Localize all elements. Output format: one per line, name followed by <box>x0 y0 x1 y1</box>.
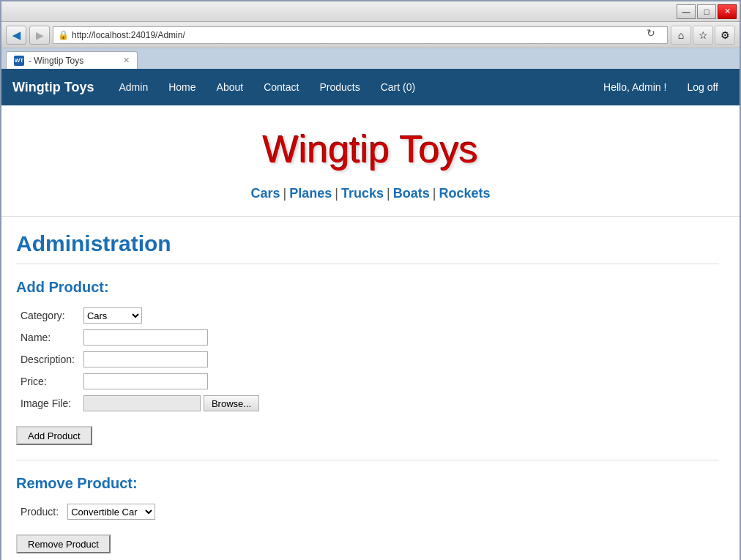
hero-title: Wingtip Toys <box>16 127 725 171</box>
description-row: Description: <box>16 348 264 370</box>
cat-planes[interactable]: Planes <box>289 186 332 201</box>
category-row: Category: Cars Planes Trucks Boats Rocke… <box>16 305 264 326</box>
browser-window: — □ ✕ ◀ ▶ 🔒 http://localhost:24019/Admin… <box>0 0 741 560</box>
nav-contact[interactable]: Contact <box>253 69 309 105</box>
address-bar: 🔒 http://localhost:24019/Admin/ ↻ <box>53 26 668 44</box>
navbar-right: Hello, Admin ! Log off <box>593 69 729 105</box>
name-label: Name: <box>16 326 79 348</box>
back-button[interactable]: ◀ <box>6 26 26 45</box>
cat-rockets[interactable]: Rockets <box>439 186 490 201</box>
section-divider-middle <box>16 460 719 460</box>
address-icon: 🔒 <box>58 30 69 40</box>
nav-admin[interactable]: Admin <box>109 69 159 105</box>
section-divider-top <box>16 264 719 264</box>
navbar-links: Admin Home About Contact Products Cart (… <box>109 69 426 105</box>
remove-product-heading: Remove Product: <box>16 475 719 492</box>
name-input[interactable] <box>83 329 208 346</box>
favorites-icon[interactable]: ☆ <box>693 26 713 45</box>
price-input[interactable] <box>83 373 208 389</box>
main-content: Administration Add Product: Category: Ca… <box>1 217 734 560</box>
price-row: Price: <box>16 370 264 392</box>
home-icon[interactable]: ⌂ <box>671 26 691 45</box>
active-tab[interactable]: WT - Wingtip Toys ✕ <box>6 51 138 69</box>
minimize-button[interactable]: — <box>677 4 696 19</box>
nav-about[interactable]: About <box>206 69 254 105</box>
add-product-heading: Add Product: <box>16 279 719 296</box>
product-select[interactable]: Convertible Car Sports Car Truck Boat <box>67 504 155 520</box>
browser-toolbar: ◀ ▶ 🔒 http://localhost:24019/Admin/ ↻ ⌂ … <box>1 22 740 48</box>
category-label: Category: <box>16 305 79 326</box>
image-file-row: Image File: Browse... <box>16 392 264 414</box>
toolbar-icons: ⌂ ☆ ⚙ <box>671 26 735 45</box>
cat-trucks[interactable]: Trucks <box>341 186 384 201</box>
remove-product-button[interactable]: Remove Product <box>16 534 111 553</box>
titlebar-buttons: — □ ✕ <box>677 4 737 19</box>
file-input-wrapper: Browse... <box>83 395 259 411</box>
tab-favicon-text: WT <box>15 57 23 64</box>
nav-products[interactable]: Products <box>309 69 370 105</box>
navbar-brand[interactable]: Wingtip Toys <box>12 80 94 95</box>
page-content: Wingtip Toys Admin Home About Contact Pr… <box>1 69 740 560</box>
description-input[interactable] <box>83 351 208 367</box>
nav-cart[interactable]: Cart (0) <box>370 69 425 105</box>
remove-product-form: Product: Convertible Car Sports Car Truc… <box>16 501 160 523</box>
navbar: Wingtip Toys Admin Home About Contact Pr… <box>1 69 740 105</box>
logoff-link[interactable]: Log off <box>677 69 729 105</box>
add-product-button[interactable]: Add Product <box>16 426 92 445</box>
sep-4: | <box>433 186 436 201</box>
tab-close-icon[interactable]: ✕ <box>123 56 130 65</box>
file-text-box <box>83 395 201 411</box>
product-label: Product: <box>16 501 63 523</box>
hello-text: Hello, Admin ! <box>593 81 677 93</box>
browser-tabs: WT - Wingtip Toys ✕ <box>1 48 740 69</box>
price-label: Price: <box>16 370 79 392</box>
category-select[interactable]: Cars Planes Trucks Boats Rockets <box>83 307 142 324</box>
refresh-icon[interactable]: ↻ <box>647 27 663 43</box>
name-row: Name: <box>16 326 264 348</box>
category-nav: Cars | Planes | Trucks | Boats | Rockets <box>16 186 725 201</box>
browser-titlebar: — □ ✕ <box>1 1 740 22</box>
cat-cars[interactable]: Cars <box>251 186 280 201</box>
tab-favicon: WT <box>14 56 24 66</box>
url-text[interactable]: http://localhost:24019/Admin/ <box>72 30 644 40</box>
add-product-form: Category: Cars Planes Trucks Boats Rocke… <box>16 305 264 414</box>
product-row: Product: Convertible Car Sports Car Truc… <box>16 501 160 523</box>
page-title: Administration <box>16 231 719 256</box>
forward-button[interactable]: ▶ <box>29 26 50 45</box>
hero-section: Wingtip Toys Cars | Planes | Trucks | Bo… <box>1 105 740 217</box>
sep-2: | <box>335 186 338 201</box>
close-button[interactable]: ✕ <box>718 4 737 19</box>
settings-icon[interactable]: ⚙ <box>715 26 735 45</box>
sep-3: | <box>387 186 390 201</box>
description-label: Description: <box>16 348 79 370</box>
nav-home[interactable]: Home <box>158 69 206 105</box>
maximize-button[interactable]: □ <box>697 4 716 19</box>
sep-1: | <box>283 186 287 201</box>
tab-label: - Wingtip Toys <box>29 56 119 66</box>
cat-boats[interactable]: Boats <box>393 186 430 201</box>
browse-button[interactable]: Browse... <box>204 395 259 411</box>
image-file-label: Image File: <box>16 392 79 414</box>
